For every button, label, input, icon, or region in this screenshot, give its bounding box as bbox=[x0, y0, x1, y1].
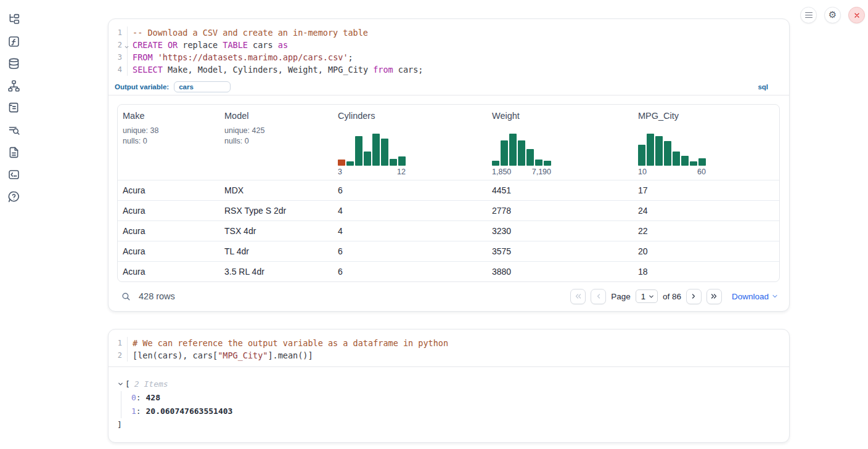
table-cell: 17 bbox=[633, 185, 779, 195]
table-cell: 2778 bbox=[487, 206, 633, 216]
tree-root-row: [ 2 Items bbox=[117, 378, 780, 390]
first-page-button[interactable] bbox=[570, 289, 586, 304]
chevrons-left-icon bbox=[574, 292, 583, 301]
code-line: 2[len(cars), cars["MPG_City"].mean()] bbox=[108, 349, 789, 362]
column-header-make[interactable]: Makeunique: 38nulls: 0 bbox=[118, 111, 219, 176]
table-cell: 4451 bbox=[487, 185, 633, 195]
column-header-mpg_city[interactable]: MPG_City1060 bbox=[633, 111, 779, 176]
download-button[interactable]: Download bbox=[732, 292, 779, 301]
column-histogram[interactable]: 1,8507,190 bbox=[492, 134, 633, 176]
marimo-notebook: ⚙ 1-- Download a CSV and create an in-me… bbox=[0, 0, 868, 449]
column-stat: nulls: 0 bbox=[224, 136, 333, 147]
last-page-button[interactable] bbox=[706, 289, 722, 304]
column-stat: unique: 38 bbox=[123, 126, 219, 136]
column-name: Cylinders bbox=[338, 111, 487, 121]
line-number: 2 bbox=[108, 349, 128, 362]
dependency-graph-icon[interactable] bbox=[7, 79, 20, 92]
topbar: ⚙ bbox=[800, 7, 865, 23]
line-number: 2 bbox=[108, 39, 128, 51]
previous-page-button[interactable] bbox=[591, 289, 606, 304]
search-button[interactable] bbox=[121, 291, 131, 302]
code-text: CREATE OR replace TABLE cars as bbox=[128, 39, 288, 51]
data-table: Makeunique: 38nulls: 0Modelunique: 425nu… bbox=[117, 104, 780, 282]
histogram-bar bbox=[664, 141, 671, 166]
tree-entry-value: 428 bbox=[145, 393, 160, 402]
column-header-weight[interactable]: Weight1,8507,190 bbox=[487, 111, 633, 176]
table-cell: 6 bbox=[333, 267, 487, 277]
tree-open-bracket: [ bbox=[125, 379, 130, 389]
table-cell: 22 bbox=[633, 226, 779, 236]
histogram-bars bbox=[492, 134, 551, 166]
code-box-icon[interactable] bbox=[7, 168, 20, 181]
histogram-bars bbox=[338, 134, 406, 166]
tree-entry-key: 1 bbox=[131, 407, 136, 416]
page-total-label: of 86 bbox=[663, 292, 681, 301]
output-variable-input[interactable] bbox=[174, 81, 231, 92]
tree-entry-separator: : bbox=[136, 393, 146, 402]
histogram-bar bbox=[544, 161, 551, 166]
column-name: Weight bbox=[492, 111, 633, 121]
column-name: Make bbox=[123, 111, 219, 121]
axis-label: 7,190 bbox=[532, 168, 551, 176]
chevron-right-icon bbox=[689, 292, 698, 301]
tree-collapse-toggle[interactable] bbox=[117, 381, 124, 387]
histogram-bar bbox=[638, 145, 645, 166]
histogram-bar bbox=[526, 149, 534, 166]
python-code-editor[interactable]: 1# We can reference the output variable … bbox=[108, 330, 789, 366]
sql-code-editor[interactable]: 1-- Download a CSV and create an in-memo… bbox=[108, 19, 789, 81]
output-variable-label: Output variable: bbox=[115, 83, 169, 91]
scroll-icon[interactable] bbox=[7, 102, 20, 115]
code-text: # We can reference the output variable a… bbox=[128, 337, 448, 349]
histogram-bar bbox=[698, 158, 706, 166]
histogram-bar bbox=[501, 140, 508, 166]
page-select-value: 1 bbox=[641, 292, 645, 301]
table-cell: 3230 bbox=[487, 226, 633, 236]
table-cell: Acura bbox=[118, 226, 219, 236]
axis-label: 3 bbox=[338, 168, 342, 176]
language-badge: sql bbox=[758, 83, 768, 91]
axis-label: 60 bbox=[697, 168, 706, 176]
tree-entry: 1: 20.060747663551403 bbox=[131, 405, 780, 418]
histogram-bar bbox=[355, 136, 362, 166]
search-icon bbox=[121, 291, 131, 302]
histogram-bar bbox=[690, 161, 697, 166]
document-icon[interactable] bbox=[7, 146, 20, 159]
function-icon[interactable] bbox=[7, 35, 20, 48]
table-cell: 3575 bbox=[487, 246, 633, 256]
search-list-icon[interactable] bbox=[7, 124, 20, 137]
histogram-bar bbox=[338, 160, 345, 166]
shutdown-button[interactable] bbox=[848, 7, 865, 23]
histogram-bar bbox=[673, 152, 680, 166]
histogram-axis-labels: 1060 bbox=[638, 168, 706, 176]
page-label: Page bbox=[611, 292, 631, 301]
menu-button[interactable] bbox=[800, 7, 817, 23]
column-name: Model bbox=[224, 111, 333, 121]
next-page-button[interactable] bbox=[686, 289, 702, 304]
code-line: 1-- Download a CSV and create an in-memo… bbox=[108, 26, 789, 39]
column-histogram[interactable]: 312 bbox=[338, 134, 487, 176]
histogram-bar bbox=[535, 160, 542, 166]
file-tree-icon[interactable] bbox=[7, 13, 20, 26]
download-label: Download bbox=[732, 292, 769, 301]
histogram-bar bbox=[372, 134, 380, 166]
table-cell: 4 bbox=[333, 206, 487, 216]
sql-cell: 1-- Download a CSV and create an in-memo… bbox=[108, 18, 790, 312]
table-cell: Acura bbox=[118, 206, 219, 216]
column-header-model[interactable]: Modelunique: 425nulls: 0 bbox=[219, 111, 333, 176]
table-cell: 4 bbox=[333, 226, 487, 236]
settings-button[interactable]: ⚙ bbox=[824, 7, 841, 23]
page-select[interactable]: 1 bbox=[636, 289, 658, 303]
code-line: 3FROM 'https://datasets.marimo.app/cars.… bbox=[108, 51, 789, 63]
table-cell: Acura bbox=[118, 267, 219, 277]
column-histogram[interactable]: 1060 bbox=[638, 134, 779, 176]
code-text: FROM 'https://datasets.marimo.app/cars.c… bbox=[128, 51, 353, 63]
tree-items-count: 2 Items bbox=[134, 379, 168, 389]
table-cell: 20 bbox=[633, 246, 779, 256]
histogram-bar bbox=[381, 139, 388, 166]
table-header: Makeunique: 38nulls: 0Modelunique: 425nu… bbox=[118, 105, 779, 180]
column-header-cylinders[interactable]: Cylinders312 bbox=[333, 111, 487, 176]
help-icon[interactable] bbox=[7, 190, 20, 203]
table-cell: TSX 4dr bbox=[219, 226, 333, 236]
histogram-axis-labels: 312 bbox=[338, 168, 406, 176]
database-icon[interactable] bbox=[7, 57, 20, 70]
